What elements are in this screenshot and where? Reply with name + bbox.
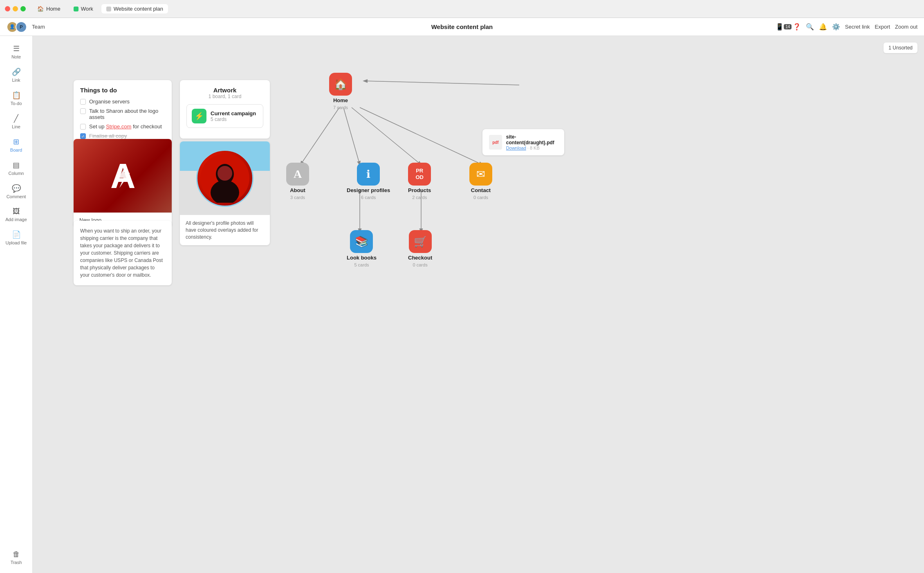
main-layout: ☰ Note 🔗 Link 📋 To-do ╱ Line ⊞ Board ▤ C… [0, 36, 924, 573]
sidebar-label-upload: Upload file [6, 240, 27, 245]
todo-title: Things to do [80, 87, 165, 94]
titlebar: 🏠 Home Work Website content plan [0, 0, 924, 18]
badge: 14 [784, 24, 792, 29]
designer-icon: ℹ [357, 163, 380, 186]
svg-line-8 [352, 107, 421, 165]
add-image-icon: 🖼 [13, 207, 20, 216]
avatar-group: 👤 P [7, 21, 27, 33]
upload-icon: 📄 [12, 230, 21, 239]
pdf-size: 8 KB [530, 145, 540, 150]
team-button[interactable]: Team [32, 24, 45, 30]
node-contact[interactable]: ✉ Contact 0 cards [469, 163, 492, 200]
node-products[interactable]: PROD Products 2 cards [408, 163, 431, 200]
settings-icon[interactable]: ⚙️ [832, 23, 840, 31]
svg-line-6 [301, 107, 339, 165]
sidebar-item-link[interactable]: 🔗 Link [0, 64, 32, 86]
node-about[interactable]: A About 3 cards [286, 163, 309, 200]
todo-item-1: Organise servers [80, 98, 165, 105]
designer-sub: 6 cards [361, 195, 376, 200]
node-home[interactable]: 🏠 Home 7 cards [329, 73, 352, 110]
sidebar-item-note[interactable]: ☰ Note [0, 41, 32, 63]
checkbox-2[interactable] [80, 108, 86, 114]
products-label: Products [408, 187, 431, 193]
pdf-filename: site-content(draught).pdf [506, 134, 558, 145]
pdf-meta: Download · 8 KB [506, 145, 558, 150]
help-icon[interactable]: ❓ [793, 23, 801, 31]
pdf-card[interactable]: pdf site-content(draught).pdf Download ·… [482, 129, 564, 155]
checkbox-1[interactable] [80, 99, 86, 105]
comment-icon: 💬 [12, 184, 21, 193]
text-card[interactable]: When you want to ship an order, your shi… [74, 221, 172, 285]
unsorted-badge: 1 Unsorted [884, 43, 917, 53]
sidebar-label-comment: Comment [7, 194, 26, 199]
maximize-button[interactable] [20, 6, 26, 11]
pdf-info: site-content(draught).pdf Download · 8 K… [506, 134, 558, 150]
link-icon: 🔗 [12, 67, 21, 76]
tab-website[interactable]: Website content plan [101, 4, 168, 13]
sidebar-item-trash[interactable]: 🗑 Trash [0, 547, 32, 568]
stripe-link[interactable]: Stripe.com [106, 123, 131, 130]
search-icon[interactable]: 🔍 [806, 23, 814, 31]
products-icon: PROD [408, 163, 431, 186]
bolt-logo-svg: A [106, 157, 139, 194]
sidebar-item-line[interactable]: ╱ Line [0, 111, 32, 132]
trash-icon: 🗑 [13, 550, 20, 559]
todo-item-4: ✓ Finalise all copy [80, 133, 165, 139]
sidebar-label-todo: To-do [11, 101, 22, 106]
artwork-card[interactable]: Artwork 1 board, 1 card ⚡ Current campai… [180, 80, 270, 139]
profile-photo [196, 150, 253, 207]
node-lookbooks[interactable]: 📚 Look books 5 cards [347, 230, 377, 267]
lookbooks-label: Look books [347, 255, 377, 261]
sidebar-item-upload[interactable]: 📄 Upload file [0, 227, 32, 248]
home-sub: 7 cards [333, 105, 348, 110]
todo-icon: 📋 [12, 91, 21, 100]
tab-home[interactable]: 🏠 Home [32, 4, 65, 13]
sidebar-label-note: Note [11, 54, 21, 59]
tab-work[interactable]: Work [69, 4, 98, 13]
checkout-icon: 🛒 [409, 230, 432, 253]
sidebar-label-line: Line [12, 124, 20, 129]
checkbox-3[interactable] [80, 124, 86, 130]
campaign-row[interactable]: ⚡ Current campaign 5 cards [186, 104, 263, 128]
contact-label: Contact [471, 187, 491, 193]
canvas[interactable]: 1 Unsorted Things to do Organise servers… [33, 36, 924, 573]
sidebar-item-add-image[interactable]: 🖼 Add image [0, 204, 32, 225]
about-icon: A [286, 163, 309, 186]
image-card[interactable]: A New logo [74, 139, 172, 227]
photo-card[interactable]: All designer's profile photos will have … [180, 141, 270, 245]
sidebar-item-column[interactable]: ▤ Column [0, 157, 32, 179]
about-sub: 3 cards [290, 195, 305, 200]
sidebar-item-todo[interactable]: 📋 To-do [0, 87, 32, 109]
text-content: When you want to ship an order, your shi… [80, 227, 165, 279]
pdf-icon: pdf [489, 135, 502, 150]
artwork-subtitle: 1 board, 1 card [186, 94, 263, 99]
sidebar-item-board[interactable]: ⊞ Board [0, 134, 32, 156]
home-icon: 🏠 [329, 73, 352, 96]
home-tab-label: Home [46, 6, 61, 12]
bell-icon[interactable]: 🔔 [819, 23, 827, 31]
checkbox-4[interactable]: ✓ [80, 133, 86, 139]
sidebar-label-board: Board [10, 148, 22, 152]
todo-card[interactable]: Things to do Organise servers Talk to Sh… [74, 80, 172, 149]
contact-icon: ✉ [469, 163, 492, 186]
sidebar-label-column: Column [9, 171, 24, 176]
close-button[interactable] [5, 6, 10, 11]
zoom-button[interactable]: Zoom out [895, 24, 917, 30]
campaign-count: 5 cards [211, 116, 256, 122]
node-checkout[interactable]: 🛒 Checkout 0 cards [408, 230, 432, 267]
website-tab-label: Website content plan [114, 6, 163, 12]
pdf-download-link[interactable]: Download [506, 145, 526, 150]
work-tab-label: Work [81, 6, 93, 12]
node-designer[interactable]: ℹ Designer profiles 6 cards [347, 163, 390, 200]
home-label: Home [333, 97, 348, 103]
sidebar-item-comment[interactable]: 💬 Comment [0, 181, 32, 202]
menubar: 👤 P Team Website content plan 📱 14 ❓ 🔍 🔔… [0, 18, 924, 36]
campaign-icon: ⚡ [192, 109, 206, 123]
export-button[interactable]: Export [875, 24, 890, 30]
minimize-button[interactable] [13, 6, 18, 11]
secret-link-button[interactable]: Secret link [845, 24, 870, 30]
campaign-name: Current campaign [211, 110, 256, 116]
lookbooks-icon: 📚 [350, 230, 373, 253]
about-label: About [290, 187, 305, 193]
campaign-info: Current campaign 5 cards [211, 110, 256, 122]
